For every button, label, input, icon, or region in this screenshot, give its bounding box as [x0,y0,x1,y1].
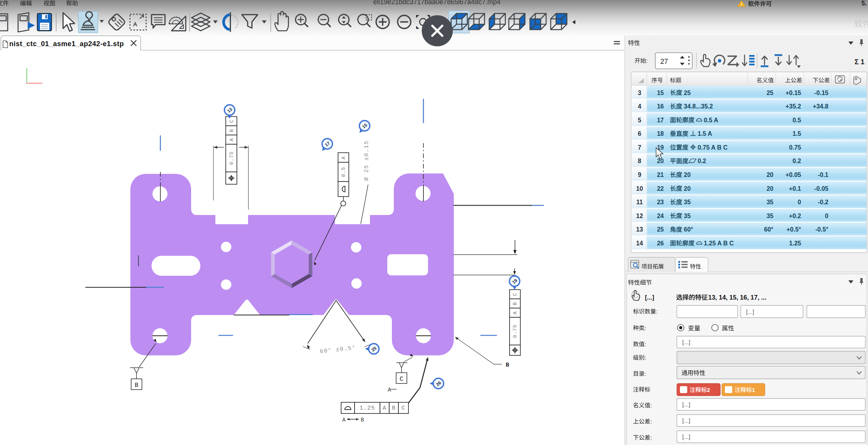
svg-text:20: 20 [657,158,664,164]
svg-text:23: 23 [657,199,664,205]
svg-text:+0.05: +0.05 [786,172,801,178]
svg-text:-0.5°: -0.5° [815,226,828,233]
svg-text::: : [645,354,646,361]
svg-text:[...]: [...] [682,417,690,424]
svg-text:6: 6 [638,130,641,137]
svg-text:0.2: 0.2 [793,158,801,164]
svg-text:22: 22 [657,185,664,192]
svg-text:1.25 A B C: 1.25 A B C [704,240,734,247]
svg-text:+0.2: +0.2 [789,213,801,219]
svg-text:25: 25 [684,90,691,96]
svg-text:B: B [506,362,509,368]
svg-text::: : [645,370,646,377]
svg-text:C: C [229,120,235,123]
svg-text:0.5: 0.5 [793,117,801,123]
svg-text::: : [645,325,646,331]
svg-text:-0.15: -0.15 [815,90,829,96]
svg-text:B: B [135,382,138,389]
svg-text:Ø 25 ±0.15: Ø 25 ±0.15 [363,140,370,181]
svg-text:+0.15: +0.15 [786,90,801,96]
svg-text:A: A [512,311,518,315]
svg-text::: : [646,57,648,64]
svg-text:5: 5 [638,117,641,123]
svg-text:+0.5°: +0.5° [786,226,801,233]
svg-text:5.: 5. [861,0,866,7]
svg-text:[...]: [...] [682,339,690,345]
svg-text:+0.1: +0.1 [789,185,801,192]
svg-text:13: 13 [636,226,643,233]
svg-text:60°: 60° [764,226,773,233]
svg-text:4: 4 [638,103,641,110]
svg-text:B: B [229,129,235,132]
svg-text:9: 9 [638,172,641,178]
svg-text:eli19e21bdc3717baa0e7865l67a48: eli19e21bdc3717baa0e7865l67a48c7.mp4 [373,0,501,6]
svg-text:1.25: 1.25 [360,405,375,412]
svg-text:15: 15 [657,90,664,96]
svg-text:20: 20 [684,185,691,192]
svg-text:1.25: 1.25 [789,240,801,247]
svg-text:A: A [342,417,346,423]
svg-text:0.75 A B C: 0.75 A B C [698,144,728,151]
svg-text:13, 14, 15, 16, 17, ...: 13, 14, 15, 16, 17, ... [708,294,766,301]
svg-text:-0.1: -0.1 [818,172,828,178]
svg-text:+34.8: +34.8 [813,103,829,110]
svg-text:C: C [402,405,405,412]
svg-text:!: ! [741,2,742,7]
svg-text:0.5: 0.5 [341,167,347,177]
svg-text::: : [656,308,658,315]
svg-text:0.5 A: 0.5 A [704,117,718,123]
svg-text:27: 27 [660,58,668,65]
svg-text:Σ 1: Σ 1 [855,58,865,66]
svg-text:60°: 60° [684,226,693,233]
svg-text:26: 26 [657,240,664,247]
svg-text::: : [650,418,652,425]
svg-text::: : [650,402,652,408]
svg-text:20: 20 [766,172,773,178]
svg-text:16: 16 [657,103,664,110]
svg-text:1.5 A: 1.5 A [698,130,712,137]
svg-text:A: A [229,138,235,142]
svg-text:A: A [383,405,387,412]
svg-text:C: C [400,376,403,383]
svg-text:35: 35 [766,199,773,205]
svg-text:+35.2: +35.2 [786,103,801,110]
svg-text:0.75: 0.75 [789,144,801,151]
svg-text::: : [645,341,646,347]
svg-text:0.75: 0.75 [512,324,518,338]
svg-text:A: A [388,387,391,393]
svg-text:[...]: [...] [645,294,654,301]
svg-text:14: 14 [636,240,643,247]
svg-text::: : [650,434,652,441]
svg-text:1: 1 [752,387,755,393]
svg-text:-0.2: -0.2 [818,199,828,205]
svg-text:17: 17 [657,117,664,123]
svg-text:[...]: [...] [682,401,690,408]
svg-text:[...]: [...] [682,433,690,440]
svg-text:0: 0 [798,199,801,205]
svg-text:35: 35 [766,213,773,219]
svg-text:34.8...35.2: 34.8...35.2 [684,103,713,110]
svg-text:B: B [361,417,364,423]
svg-text:[...]: [...] [746,308,754,315]
svg-text:A: A [341,156,347,160]
svg-text:2: 2 [707,387,710,393]
svg-text:-0.05: -0.05 [815,185,829,192]
svg-text:0: 0 [825,213,828,219]
svg-text:3: 3 [638,90,641,96]
svg-text:10: 10 [636,185,643,192]
svg-text:12: 12 [636,213,643,219]
svg-text:1.5: 1.5 [793,130,801,137]
svg-text:7: 7 [638,144,641,151]
svg-text:25: 25 [657,226,664,233]
svg-text:35: 35 [684,199,691,205]
svg-text:B: B [392,405,396,412]
svg-text:C: C [512,293,518,296]
svg-text:B: B [512,302,518,305]
svg-text:35: 35 [684,213,691,219]
svg-text:nist_ctc_01_asme1_ap242-e1.stp: nist_ctc_01_asme1_ap242-e1.stp [9,40,124,48]
svg-text:0.2: 0.2 [698,158,706,164]
svg-text:20: 20 [684,172,691,178]
svg-text:0.75: 0.75 [229,151,235,165]
svg-text:18: 18 [657,130,664,137]
svg-text:21: 21 [657,172,664,178]
